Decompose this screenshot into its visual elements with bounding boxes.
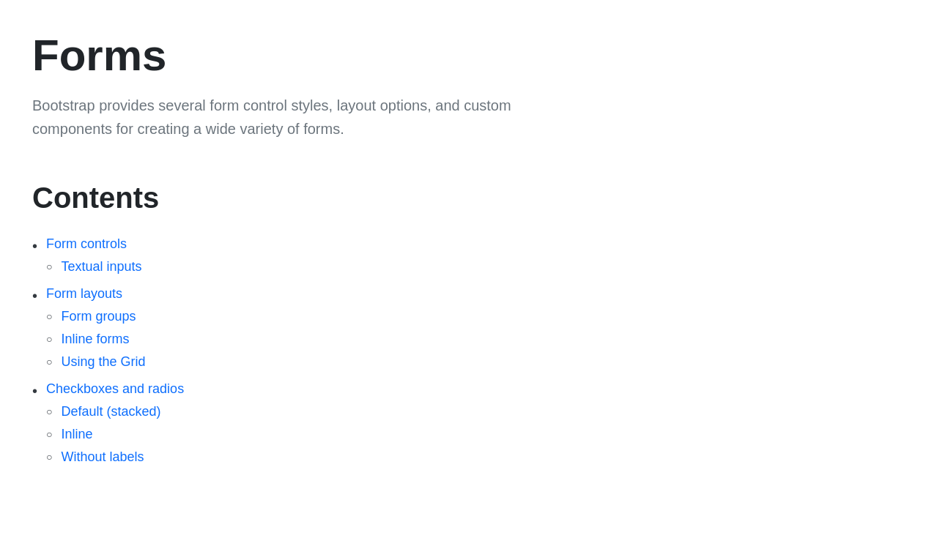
sub-link-1-2[interactable]: Using the Grid [61, 352, 145, 372]
sub-item-1-0: ○Form groups [46, 307, 146, 326]
sub-item-1-1: ○Inline forms [46, 329, 146, 349]
contents-top-item-1: •Form layouts○Form groups○Inline forms○U… [32, 284, 894, 375]
contents-heading: Contents [32, 176, 894, 220]
contents-top-item-2: •Checkboxes and radios○Default (stacked)… [32, 379, 894, 470]
top-item-wrapper-0: Form controls○Textual inputs [46, 234, 142, 280]
top-level-link-1[interactable]: Form layouts [46, 284, 146, 304]
page-container: Forms Bootstrap provides several form co… [0, 0, 926, 504]
bullet-filled-icon-0: • [32, 236, 37, 256]
sub-item-0-0: ○Textual inputs [46, 257, 142, 277]
page-title: Forms [32, 29, 894, 82]
sub-item-2-2: ○Without labels [46, 447, 184, 467]
sub-link-1-0[interactable]: Form groups [61, 307, 136, 326]
page-description: Bootstrap provides several form control … [32, 94, 589, 141]
bullet-open-icon-1-2: ○ [46, 354, 52, 370]
top-level-link-0[interactable]: Form controls [46, 234, 142, 254]
bullet-open-icon-0-0: ○ [46, 258, 52, 275]
sub-list-1: ○Form groups○Inline forms○Using the Grid [46, 307, 146, 375]
bullet-open-icon-2-2: ○ [46, 449, 52, 465]
sub-item-2-1: ○Inline [46, 425, 184, 444]
bullet-open-icon-1-0: ○ [46, 308, 52, 324]
contents-top-item-0: •Form controls○Textual inputs [32, 234, 894, 280]
bullet-filled-icon-2: • [32, 381, 37, 401]
sub-link-0-0[interactable]: Textual inputs [61, 257, 141, 277]
top-level-link-2[interactable]: Checkboxes and radios [46, 379, 184, 399]
sub-item-1-2: ○Using the Grid [46, 352, 146, 372]
bullet-open-icon-1-1: ○ [46, 331, 52, 347]
sub-list-0: ○Textual inputs [46, 257, 142, 280]
contents-list: •Form controls○Textual inputs•Form layou… [32, 234, 894, 470]
sub-link-1-1[interactable]: Inline forms [61, 329, 129, 349]
bullet-open-icon-2-1: ○ [46, 426, 52, 442]
top-item-wrapper-2: Checkboxes and radios○Default (stacked)○… [46, 379, 184, 470]
sub-list-2: ○Default (stacked)○Inline○Without labels [46, 402, 184, 470]
top-item-wrapper-1: Form layouts○Form groups○Inline forms○Us… [46, 284, 146, 375]
sub-link-2-2[interactable]: Without labels [61, 447, 144, 467]
sub-link-2-1[interactable]: Inline [61, 425, 92, 444]
bullet-filled-icon-1: • [32, 285, 37, 306]
sub-item-2-0: ○Default (stacked) [46, 402, 184, 422]
bullet-open-icon-2-0: ○ [46, 403, 52, 419]
sub-link-2-0[interactable]: Default (stacked) [61, 402, 160, 422]
